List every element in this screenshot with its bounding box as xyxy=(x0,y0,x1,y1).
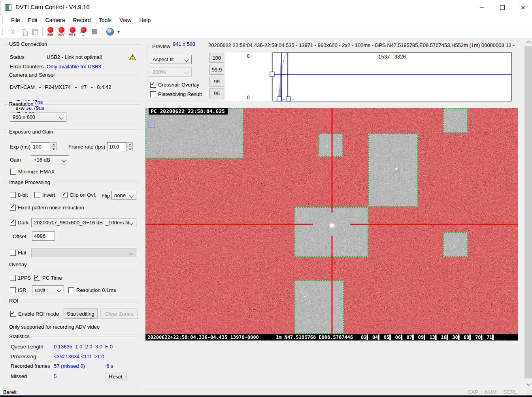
pc-time-checkbox[interactable]: PC Time xyxy=(34,275,62,281)
preview-size: 941 x 588 xyxy=(172,41,196,47)
flat-file-select[interactable] xyxy=(31,248,136,257)
menu-camera[interactable]: Camera xyxy=(42,15,69,25)
minimize-button[interactable] xyxy=(473,0,491,15)
exp-stepper[interactable] xyxy=(51,142,57,151)
histogram-handle-black[interactable] xyxy=(277,97,281,101)
flip-select[interactable]: none xyxy=(111,191,136,200)
percent-95-button[interactable]: 95 xyxy=(209,88,224,98)
platesolving-checkbox[interactable]: Platesolving Result xyxy=(150,91,202,97)
reset-button[interactable]: Reset xyxy=(105,372,126,381)
toolbar-grip[interactable] xyxy=(2,28,4,35)
help-icon xyxy=(106,28,114,36)
help-button[interactable] xyxy=(105,26,115,37)
resize-grip[interactable] xyxy=(526,393,526,394)
resolution-01ms-checkbox[interactable]: Resolution 0.1ms xyxy=(68,287,116,293)
camera-image[interactable]: PC 20200622 22:58:04.625 20200622+22:58:… xyxy=(145,108,518,341)
group-title: Statistics xyxy=(8,333,31,340)
warning-icon xyxy=(129,54,136,60)
1pps-checkbox[interactable]: 1PPS xyxy=(10,275,31,281)
star xyxy=(449,125,450,126)
offset-input[interactable] xyxy=(32,231,55,241)
fpn-reduction-checkbox[interactable]: Fixed pattern noise reduction xyxy=(10,205,84,211)
app-icon xyxy=(5,4,11,11)
menu-file[interactable]: File xyxy=(7,15,24,25)
toolbar-overflow-icon[interactable] xyxy=(117,31,120,33)
maximize-button[interactable] xyxy=(493,0,511,15)
exp-input[interactable] xyxy=(31,142,50,151)
percent-100-button[interactable]: 100 xyxy=(209,53,224,63)
gps-overlay: 1m N47.5195768 E008.5707446 xyxy=(276,335,353,340)
window-edge xyxy=(0,395,532,397)
resolution-select[interactable]: 960 x 600 xyxy=(10,113,66,122)
isr-format-select[interactable]: ascii xyxy=(32,285,64,294)
crosshair-overlay-checkbox[interactable]: Crosshair Overlay xyxy=(150,82,199,88)
record-more-button[interactable]: ↔ ... xyxy=(78,26,89,37)
paste-icon[interactable] xyxy=(30,26,40,37)
invert-checkbox[interactable]: Invert xyxy=(34,192,55,198)
mini-histogram-panel: 0 0 xyxy=(225,53,271,101)
scroll-up-button[interactable] xyxy=(524,38,532,45)
menu-tools[interactable]: Tools xyxy=(95,15,116,25)
menu-record[interactable]: Record xyxy=(69,15,94,25)
record-adv-button[interactable]: ADV xyxy=(56,26,66,37)
flat-checkbox[interactable]: Flat xyxy=(10,250,26,256)
checkbox-label: Dark xyxy=(18,220,28,226)
preview-group: Preview Aspect fit 200% Crosshair Overla… xyxy=(147,47,207,102)
isr-checkbox[interactable]: ISR xyxy=(10,287,26,293)
dark-checkbox[interactable]: Dark xyxy=(10,220,28,226)
hot-pixel xyxy=(204,172,206,174)
histogram-handle-white[interactable] xyxy=(286,97,291,101)
stop-icon xyxy=(92,29,97,34)
menu-help[interactable]: Help xyxy=(135,15,155,25)
cut-icon[interactable]: ✂ xyxy=(8,26,18,37)
double-arrow-icon: ↔ xyxy=(79,30,84,34)
histogram-handle-left[interactable] xyxy=(270,72,274,77)
checkbox-label: 8-bit xyxy=(18,192,28,198)
stepper-down-icon[interactable] xyxy=(51,147,57,151)
zoom-level-select[interactable]: 200% xyxy=(150,68,192,77)
record-ser-button[interactable]: SER xyxy=(45,26,55,37)
stat-label: Processing xyxy=(11,354,36,359)
star xyxy=(207,146,208,147)
dvti-cam-control-window: { "window": { "title": "DVTI Cam Control… xyxy=(0,0,532,397)
menu-edit[interactable]: Edit xyxy=(24,15,42,25)
minimize-hmax-checkbox[interactable]: Minimize HMAX xyxy=(10,169,55,175)
stepper-up-icon[interactable] xyxy=(51,142,57,147)
8bit-checkbox[interactable]: 8-bit xyxy=(10,192,28,198)
percent-999-button[interactable]: 99.9 xyxy=(209,65,224,75)
menu-grip[interactable] xyxy=(2,17,4,24)
percent-99-button[interactable]: 99 xyxy=(209,77,224,87)
pc-time-overlay: PC 20200622 22:58:04.625 xyxy=(151,108,225,114)
menu-view[interactable]: View xyxy=(115,15,135,25)
checkbox-label: Minimize HMAX xyxy=(18,169,55,175)
start-editing-button[interactable]: Start editing xyxy=(64,309,98,319)
checkbox-icon xyxy=(62,192,68,198)
histogram-plot[interactable]: 1537 - 3326 xyxy=(270,51,515,103)
record-fits-button[interactable]: FITS xyxy=(67,26,77,37)
group-title: Image Processing xyxy=(8,179,52,186)
copy-icon[interactable] xyxy=(19,26,29,37)
scroll-indicator: SCRL xyxy=(500,389,520,395)
clear-zones-button[interactable]: Clear Zones xyxy=(100,309,138,319)
aspect-fit-value: Aspect fit xyxy=(153,56,174,62)
close-button[interactable]: × xyxy=(514,0,532,15)
stepper-down-icon[interactable] xyxy=(127,147,133,151)
scroll-down-button[interactable] xyxy=(524,381,532,388)
scrollbar-thumb[interactable] xyxy=(524,46,532,378)
title-bar: DVTI Cam Control - V4.9.10 × xyxy=(0,0,532,15)
vertical-scrollbar[interactable] xyxy=(524,38,532,388)
group-title: Resolution xyxy=(8,101,35,107)
star xyxy=(308,316,309,317)
toolbar-separator xyxy=(102,27,102,36)
gain-select[interactable]: +16 dB xyxy=(31,155,69,164)
record-icon xyxy=(58,27,64,33)
num-indicator: NUM xyxy=(482,389,500,395)
fps-input[interactable] xyxy=(107,142,126,151)
aspect-fit-select[interactable]: Aspect fit xyxy=(150,55,192,64)
fps-stepper[interactable] xyxy=(127,142,133,151)
dark-file-select[interactable]: 20200517_960x600_G+16 dB _100ms.fit xyxy=(31,218,136,227)
stepper-up-icon[interactable] xyxy=(127,142,133,147)
enable-roi-checkbox[interactable]: Enable ROI mode xyxy=(10,311,59,317)
stop-button[interactable] xyxy=(89,26,100,37)
clip-on-ovf-checkbox[interactable]: Clip on Ovf. xyxy=(62,192,96,198)
